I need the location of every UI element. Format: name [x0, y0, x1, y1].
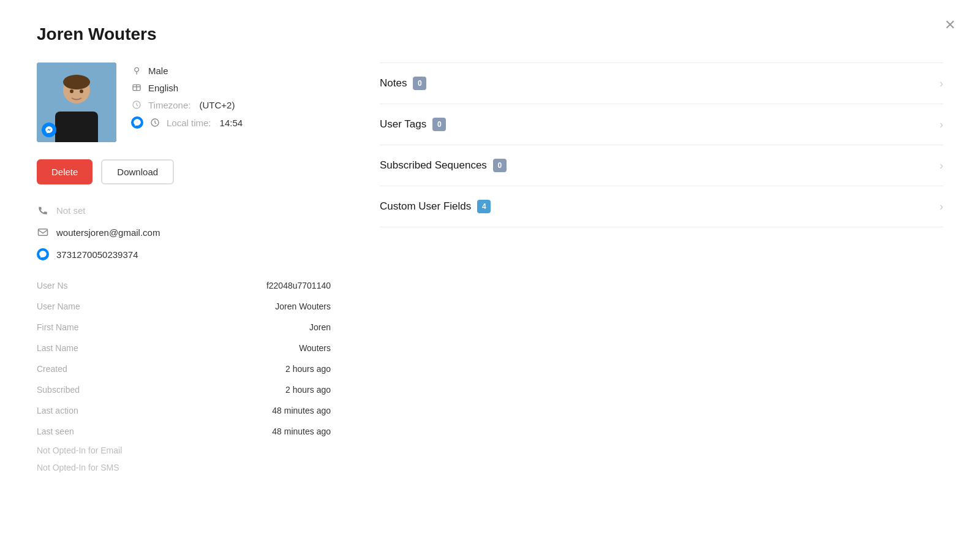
action-buttons: Delete Download: [37, 159, 331, 184]
user-details: User Ns f22048u7701140 User Name Joren W…: [37, 275, 331, 476]
language-row: English: [131, 82, 243, 93]
user-tags-label: User Tags 0: [380, 118, 446, 131]
phone-value: Not set: [56, 205, 86, 216]
svg-rect-11: [39, 229, 48, 236]
detail-user-ns: User Ns f22048u7701140: [37, 275, 331, 296]
notes-label: Notes 0: [380, 77, 426, 90]
subscribed-sequences-section[interactable]: Subscribed Sequences 0 ›: [380, 145, 943, 186]
notes-chevron: ›: [940, 77, 943, 90]
gender-row: ⚲ Male: [131, 65, 243, 76]
messenger-badge: [42, 123, 56, 137]
delete-button[interactable]: Delete: [37, 159, 92, 184]
local-time-row: Local time: 14:54: [131, 116, 243, 129]
subscribed-sequences-label: Subscribed Sequences 0: [380, 159, 507, 172]
svg-point-4: [70, 89, 74, 93]
notes-badge: 0: [413, 77, 426, 90]
detail-last-action: Last action 48 minutes ago: [37, 400, 331, 421]
user-tags-section[interactable]: User Tags 0 ›: [380, 104, 943, 145]
contact-section: Not set woutersjoren@gmail.com: [37, 199, 331, 265]
svg-point-2: [63, 75, 90, 89]
notes-section[interactable]: Notes 0 ›: [380, 63, 943, 104]
download-button[interactable]: Download: [101, 159, 174, 184]
custom-user-fields-chevron: ›: [940, 200, 943, 213]
custom-user-fields-badge: 4: [477, 200, 491, 213]
detail-last-seen: Last seen 48 minutes ago: [37, 421, 331, 442]
timezone-clock-icon: [131, 99, 142, 110]
custom-user-fields-section[interactable]: Custom User Fields 4 ›: [380, 186, 943, 227]
avatar-container: [37, 63, 116, 142]
close-button[interactable]: ✕: [944, 18, 956, 32]
detail-subscribed: Subscribed 2 hours ago: [37, 379, 331, 400]
subscribed-sequences-badge: 0: [493, 159, 507, 172]
phone-icon: [37, 204, 49, 216]
profile-info: ⚲ Male English: [131, 63, 243, 142]
opt-in-sms: Not Opted-In for SMS: [37, 459, 331, 476]
detail-user-name: User Name Joren Wouters: [37, 296, 331, 317]
messenger-contact-icon: [37, 248, 49, 260]
gender-icon: ⚲: [131, 65, 142, 76]
local-clock-icon: [149, 117, 160, 128]
gender-value: Male: [148, 66, 168, 76]
email-row: woutersjoren@gmail.com: [37, 221, 331, 243]
right-panel: Notes 0 › User Tags 0 › Subscribed Seque…: [380, 63, 943, 476]
detail-first-name: First Name Joren: [37, 317, 331, 338]
custom-user-fields-label: Custom User Fields 4: [380, 200, 491, 213]
email-icon: [37, 226, 49, 238]
email-value: woutersjoren@gmail.com: [56, 227, 160, 238]
language-icon: [131, 82, 142, 93]
messenger-id-value: 3731270050239374: [56, 249, 138, 260]
page-title: Joren Wouters: [37, 25, 943, 44]
svg-point-5: [80, 89, 83, 93]
phone-row: Not set: [37, 199, 331, 221]
local-time-messenger-icon: [131, 116, 143, 129]
timezone-value: (UTC+2): [199, 100, 235, 110]
subscribed-sequences-chevron: ›: [940, 159, 943, 172]
timezone-label: Timezone:: [148, 100, 190, 110]
user-tags-badge: 0: [432, 118, 446, 131]
opt-in-email: Not Opted-In for Email: [37, 442, 331, 459]
local-time-label: Local time:: [167, 118, 211, 128]
user-tags-chevron: ›: [940, 118, 943, 131]
messenger-id-row: 3731270050239374: [37, 243, 331, 265]
local-time-value: 14:54: [220, 118, 243, 128]
profile-section: ⚲ Male English: [37, 63, 331, 142]
language-value: English: [148, 83, 178, 93]
left-panel: ⚲ Male English: [37, 63, 331, 476]
timezone-row: Timezone: (UTC+2): [131, 99, 243, 110]
svg-rect-3: [55, 112, 98, 142]
detail-last-name: Last Name Wouters: [37, 338, 331, 358]
detail-created: Created 2 hours ago: [37, 358, 331, 379]
